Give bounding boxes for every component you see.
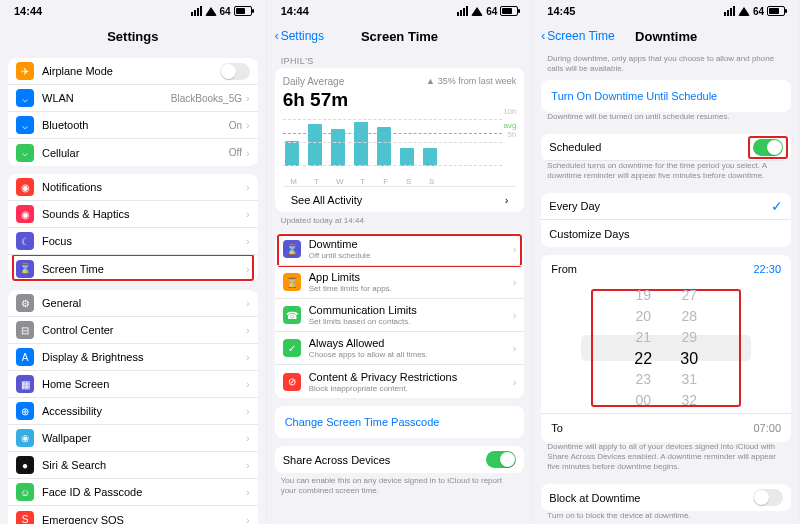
picker-value[interactable]: 19 [635,285,651,306]
back-button[interactable]: ‹Settings [275,29,324,43]
row-label: Bluetooth [42,119,229,131]
row-app-limits[interactable]: ⌛App LimitsSet time limits for apps.› [275,266,525,299]
row-always-allowed[interactable]: ✓Always AllowedChoose apps to allow at a… [275,332,525,365]
row-content-privacy-restrictions[interactable]: ⊘Content & Privacy RestrictionsBlock ina… [275,365,525,398]
status-bar: 14:44 64 [267,0,533,22]
picker-value[interactable]: 29 [681,327,697,348]
picker-value[interactable]: 28 [681,306,697,327]
bluetooth-icon: ⌵ [16,116,34,134]
picker-value[interactable]: 00 [635,390,651,411]
chevron-right-icon: › [246,486,250,498]
row-label: Accessibility [42,405,246,417]
row-airplane-mode[interactable]: ✈Airplane Mode [8,58,258,85]
chart-bar [423,148,437,166]
picker-value[interactable]: 23 [635,369,651,390]
scheduled-note: Scheduled turns on downtime for the time… [541,161,791,185]
back-button[interactable]: ‹Screen Time [541,29,614,43]
every-day-row[interactable]: Every Day ✓ [541,193,791,220]
chevron-right-icon: › [246,378,250,390]
picker-value[interactable]: 27 [681,285,697,306]
chevron-right-icon: › [246,351,250,363]
row-label: Control Center [42,324,246,336]
battery-icon [500,6,518,16]
time-picker[interactable]: 192021222300 272829303132 [541,283,791,413]
chevron-right-icon: › [246,92,250,104]
row-label: Sounds & Haptics [42,208,246,220]
row-face-id-passcode[interactable]: ☺Face ID & Passcode› [8,479,258,506]
chevron-left-icon: ‹ [275,29,279,43]
cell-signal-icon [457,6,468,16]
to-row[interactable]: To 07:00 [541,413,791,442]
day-label: T [356,177,370,186]
phone-settings: 14:44 64 Settings ✈Airplane Mode⌵WLANBla… [0,0,267,524]
picker-value[interactable]: 30 [680,348,698,369]
row-label: Screen Time [42,263,246,275]
row-focus[interactable]: ☾Focus› [8,228,258,255]
see-all-activity[interactable]: See All Activity › [283,186,517,212]
row-home-screen[interactable]: ▦Home Screen› [8,371,258,398]
chevron-right-icon: › [246,235,250,247]
scheduled-row[interactable]: Scheduled [541,134,791,161]
block-toggle[interactable] [753,489,783,506]
picker-hours[interactable]: 192021222300 [620,283,666,413]
chevron-right-icon: › [246,297,250,309]
row-notifications[interactable]: ◉Notifications› [8,174,258,201]
row-label: WLAN [42,92,171,104]
chevron-right-icon: › [246,459,250,471]
picker-value[interactable]: 21 [635,327,651,348]
turn-on-until-schedule[interactable]: Turn On Downtime Until Schedule [541,80,791,112]
from-row[interactable]: From 22:30 [541,255,791,283]
scheduled-toggle[interactable] [753,139,783,156]
status-bar: 14:44 64 [0,0,266,22]
row-emergency-sos[interactable]: SEmergency SOS› [8,506,258,524]
block-at-downtime-row[interactable]: Block at Downtime [541,484,791,511]
row-label: Wallpaper [42,432,246,444]
day-label: T [310,177,324,186]
day-label: F [379,177,393,186]
toggle[interactable] [220,63,250,80]
cellular-icon: ⌵ [16,144,34,162]
picker-value[interactable]: 20 [635,306,651,327]
row-label: Always Allowed [309,337,513,349]
picker-value[interactable]: 31 [681,369,697,390]
row-value: BlackBooks_5G [171,93,242,104]
clock: 14:44 [281,5,309,17]
row-accessibility[interactable]: ⊕Accessibility› [8,398,258,425]
emergency-sos-icon: S [16,511,34,525]
wifi-icon [471,7,483,16]
owner-label: IPHIL'S [281,56,525,66]
communication-limits-icon: ☎ [283,306,301,324]
turn-on-note: Downtime will be turned on until schedul… [541,112,791,126]
control-center-icon: ⊟ [16,321,34,339]
row-communication-limits[interactable]: ☎Communication LimitsSet limits based on… [275,299,525,332]
row-general[interactable]: ⚙General› [8,290,258,317]
row-sounds-haptics[interactable]: ◉Sounds & Haptics› [8,201,258,228]
share-across-devices-row[interactable]: Share Across Devices [275,446,525,473]
block-group: Block at Downtime [541,484,791,511]
chevron-left-icon: ‹ [541,29,545,43]
chevron-right-icon: › [246,147,250,159]
row-sublabel: Off until schedule [309,251,513,260]
row-label: Display & Brightness [42,351,246,363]
row-siri-search[interactable]: ●Siri & Search› [8,452,258,479]
row-wallpaper[interactable]: ❀Wallpaper› [8,425,258,452]
row-downtime[interactable]: ⌛DowntimeOff until schedule› [275,233,525,266]
picker-value[interactable]: 32 [681,390,697,411]
to-note: Downtime will apply to all of your devic… [541,442,791,476]
chevron-right-icon: › [246,263,250,275]
row-bluetooth[interactable]: ⌵BluetoothOn› [8,112,258,139]
picker-value[interactable]: 22 [634,348,652,369]
share-toggle[interactable] [486,451,516,468]
row-control-center[interactable]: ⊟Control Center› [8,317,258,344]
row-sublabel: Choose apps to allow at all times. [309,350,513,359]
change-passcode[interactable]: Change Screen Time Passcode [275,406,525,438]
row-screen-time[interactable]: ⌛Screen Time› [8,255,258,282]
row-cellular[interactable]: ⌵CellularOff› [8,139,258,166]
row-wlan[interactable]: ⌵WLANBlackBooks_5G› [8,85,258,112]
picker-minutes[interactable]: 272829303132 [666,283,712,413]
customize-days-row[interactable]: Customize Days [541,220,791,247]
nav-header: Settings [0,22,266,50]
chevron-right-icon: › [246,119,250,131]
row-display-brightness[interactable]: ADisplay & Brightness› [8,344,258,371]
usage-card: Daily Average 6h 57m ▲ 35% from last wee… [275,68,525,212]
